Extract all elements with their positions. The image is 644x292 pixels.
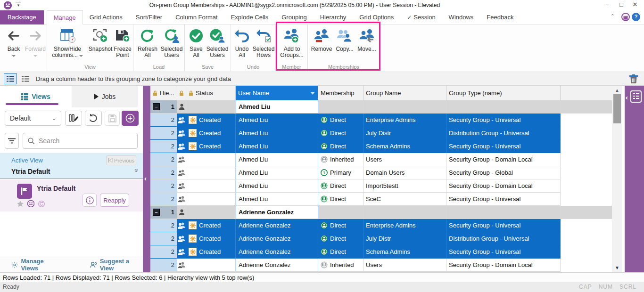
view-selector-dropdown[interactable]: Default ⌄	[5, 111, 61, 126]
username-cell[interactable]: Adrienne Gonzalez	[236, 219, 318, 232]
close-button[interactable]: ✕	[628, 0, 642, 10]
minimize-button[interactable]: –	[601, 0, 614, 10]
group-parent-row[interactable]: −1Ahmed Liu	[150, 100, 612, 114]
scrollbar-thumb[interactable]	[613, 94, 621, 123]
username-cell[interactable]: Ahmed Liu	[236, 166, 318, 179]
membership-row[interactable]: 2CreatedAhmed LiuDirectEnterprise Admins…	[150, 114, 612, 127]
edit-columns-button[interactable]	[65, 111, 82, 126]
membership-row[interactable]: 2CreatedAdrienne GonzalezDirectSchema Ad…	[150, 245, 612, 259]
hierarchy-cell[interactable]: 2	[150, 193, 177, 206]
ribbon-tab-grid-options[interactable]: Grid Options	[353, 10, 400, 24]
previous-view-button[interactable]: Previous	[106, 155, 136, 165]
username-cell[interactable]: Adrienne Gonzalez	[236, 245, 318, 259]
ribbon-tab-grouping[interactable]: Grouping	[275, 10, 313, 24]
manage-views-button[interactable]: Manage Views	[11, 258, 61, 272]
sort-filter-arrow-icon[interactable]	[310, 92, 315, 95]
collapse-expander-icon[interactable]: −	[153, 103, 160, 110]
hierarchy-cell[interactable]: 2	[150, 232, 177, 245]
hierarchy-cell[interactable]: 2	[150, 140, 177, 153]
username-cell[interactable]: Ahmed Liu	[236, 140, 318, 153]
membership-row[interactable]: 2CreatedAhmed LiuDirectSchema AdminsSecu…	[150, 140, 612, 153]
collapse-expander-icon[interactable]: −	[153, 209, 160, 216]
help-icon[interactable]: ?	[632, 13, 640, 21]
show-hide-columns-button[interactable]: Show/Hidecolumns...	[50, 27, 85, 58]
ribbon-tab-session[interactable]: ✓Session	[400, 10, 442, 24]
collapse-ribbon-icon[interactable]: ⌃	[611, 13, 615, 19]
hierarchy-cell[interactable]: 2	[150, 166, 177, 179]
tab-jobs[interactable]: Jobs	[72, 86, 138, 107]
sidebar-collapse-splitter[interactable]: ‹	[143, 86, 150, 272]
scroll-up-icon[interactable]: ▲	[612, 88, 622, 93]
column-header-status[interactable]: Status	[186, 86, 236, 100]
move-membership-button[interactable]: Move...	[356, 27, 378, 52]
membership-row[interactable]: 2Ahmed LiuInheritedUsersSecurity Group -…	[150, 153, 612, 166]
remove-membership-button[interactable]: Remove	[310, 27, 333, 52]
hierarchy-cell[interactable]: 2	[150, 153, 177, 166]
view-info-button[interactable]	[83, 194, 97, 207]
username-cell[interactable]: Ahmed Liu	[236, 127, 318, 140]
save-all-button[interactable]: SaveAll	[187, 27, 206, 58]
ribbon-tab-hierarchy[interactable]: Hierarchy	[314, 10, 353, 24]
username-cell[interactable]: Ahmed Liu	[236, 153, 318, 166]
hierarchy-view-toggle-icon[interactable]	[4, 73, 17, 84]
undo-selected-rows-button[interactable]: SelectedRows	[252, 27, 275, 58]
column-header-hierarchy[interactable]: Hie...	[150, 86, 177, 100]
membership-row[interactable]: 2CreatedAdrienne GonzalezDirectEnterpris…	[150, 219, 612, 232]
ribbon-tab-windows[interactable]: Windows	[442, 10, 480, 24]
active-view-card[interactable]: Ytria Default Reapply	[0, 179, 143, 211]
username-cell[interactable]: Ahmed Liu	[236, 114, 318, 127]
membership-row[interactable]: 2Ahmed Liu1PrimaryDomain UsersSecurity G…	[150, 166, 612, 179]
back-button[interactable]: Back	[4, 27, 24, 58]
reapply-button[interactable]: Reapply	[100, 194, 129, 207]
ribbon-tab-manage[interactable]: Manage	[47, 10, 83, 24]
add-view-button[interactable]	[122, 111, 139, 126]
hierarchy-cell[interactable]: 2	[150, 245, 177, 259]
refresh-selected-users-button[interactable]: SelectedUsers	[160, 27, 183, 58]
ribbon-tab-grid-actions[interactable]: Grid Actions	[83, 10, 129, 24]
add-to-groups-button[interactable]: Add toGroups...	[278, 27, 305, 58]
column-header-username[interactable]: User Name	[236, 86, 318, 100]
hierarchy-cell[interactable]: 2	[150, 259, 177, 272]
hierarchy-cell[interactable]: 2	[150, 179, 177, 193]
search-box[interactable]	[23, 133, 138, 149]
hierarchy-cell[interactable]: 2	[150, 114, 177, 127]
account-badge-icon[interactable]: ▣	[621, 13, 630, 21]
right-panel-strip[interactable]: ‹	[625, 86, 644, 272]
membership-row[interactable]: 2Ahmed LiuDirectImport5testtSecurity Gro…	[150, 179, 612, 193]
hierarchy-cell[interactable]: −1	[150, 206, 177, 219]
ribbon-tab-sort-filter[interactable]: Sort/Filter	[129, 10, 169, 24]
membership-row[interactable]: 2Adrienne GonzalezInheritedUsersSecurity…	[150, 259, 612, 272]
vertical-scrollbar[interactable]: ▲ ▼	[612, 86, 622, 272]
freeze-point-button[interactable]: FreezePoint	[112, 27, 133, 58]
column-header-rowicon[interactable]	[177, 86, 186, 100]
username-cell[interactable]: Adrienne Gonzalez	[236, 259, 318, 272]
column-header-groupname[interactable]: Group Name	[363, 86, 446, 100]
ribbon-tab-column-format[interactable]: Column Format	[169, 10, 224, 24]
copy-membership-button[interactable]: Copy...	[334, 27, 355, 52]
username-cell[interactable]: Ahmed Liu	[236, 100, 318, 114]
username-cell[interactable]: Adrienne Gonzalez	[236, 206, 318, 219]
username-cell[interactable]: Adrienne Gonzalez	[236, 232, 318, 245]
data-grid[interactable]: Hie... Status User Name Membership Group…	[150, 86, 612, 272]
maximize-button[interactable]: □	[615, 0, 628, 10]
trash-icon[interactable]	[629, 74, 638, 86]
membership-row[interactable]: 2Ahmed LiuDirectSceCSecurity Group - Uni…	[150, 193, 612, 206]
column-header-membership[interactable]: Membership	[318, 86, 363, 100]
column-header-grouptype[interactable]: Group Type (name)	[446, 86, 561, 100]
ribbon-tab-explode-cells[interactable]: Explode Cells	[224, 10, 275, 24]
refresh-all-button[interactable]: RefreshAll	[135, 27, 160, 58]
ribbon-tab-feedback[interactable]: Feedback	[480, 10, 520, 24]
hierarchy-cell[interactable]: 2	[150, 127, 177, 140]
reset-view-button[interactable]	[85, 111, 102, 126]
search-input[interactable]	[39, 137, 119, 145]
username-cell[interactable]: Ahmed Liu	[236, 193, 318, 206]
undo-all-button[interactable]: UndoAll	[232, 27, 252, 58]
tab-views[interactable]: Views	[0, 86, 72, 107]
forward-button[interactable]: Forward	[25, 27, 46, 58]
ribbon-tab-backstage[interactable]: Backstage	[0, 10, 44, 24]
group-parent-row[interactable]: −1Adrienne Gonzalez	[150, 206, 612, 219]
hierarchy-cell[interactable]: −1	[150, 100, 177, 114]
snapshot-button[interactable]: Snapshot	[86, 27, 115, 52]
scroll-down-icon[interactable]: ▼	[612, 265, 622, 270]
membership-row[interactable]: 2CreatedAhmed LiuDirectJuly DistrDistrib…	[150, 127, 612, 140]
